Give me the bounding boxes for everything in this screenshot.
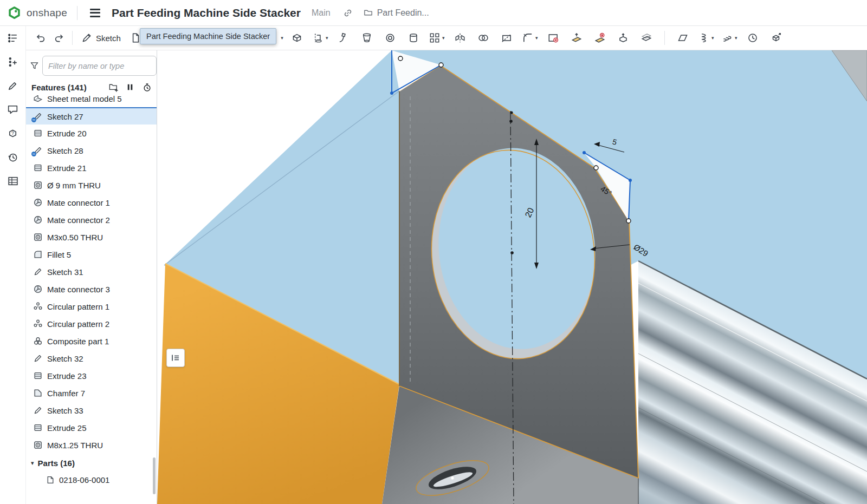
feature-item[interactable]: Ø 9 mm THRU <box>26 176 157 194</box>
document-title[interactable]: Part Feeding Machine Side Stacker <box>112 6 301 19</box>
feature-item[interactable]: Sketch 31 <box>26 263 157 280</box>
linear-pattern-button[interactable]: ▾ <box>428 29 446 47</box>
sweep-button[interactable] <box>334 29 353 47</box>
share-link-icon[interactable] <box>342 8 353 18</box>
part-item[interactable]: 0218-06-0001 <box>26 471 157 488</box>
3d-viewport[interactable]: 20 Ø29 5 45° <box>157 50 867 504</box>
sheet-metal-icon <box>721 32 733 44</box>
feature-item[interactable]: Extrude 21 <box>26 159 157 176</box>
feature-item[interactable]: Mate connector 3 <box>26 280 157 298</box>
mirror-button[interactable] <box>451 29 469 47</box>
chevron-down-icon[interactable]: ▾ <box>535 35 538 41</box>
move-face-icon <box>571 32 583 44</box>
model-panel-button[interactable] <box>0 26 26 50</box>
offset-surface-button[interactable] <box>637 29 656 47</box>
rollback-stopwatch-icon[interactable] <box>142 82 152 93</box>
mirror-icon <box>454 32 466 44</box>
fillet-icon <box>33 250 43 259</box>
undo-icon <box>35 32 47 44</box>
custom-features-icon <box>7 80 19 92</box>
hole-icon <box>33 180 43 190</box>
features-panel: Features (141) Sheet metal model 5Sketch… <box>26 50 157 504</box>
onshape-logo[interactable] <box>8 6 21 19</box>
feature-item[interactable]: Chamfer 7 <box>26 384 157 402</box>
mate-icon <box>33 215 43 225</box>
feature-item[interactable]: Sketch 32 <box>26 350 157 367</box>
chevron-down-icon[interactable]: ▾ <box>281 35 283 41</box>
chevron-down-icon[interactable]: ▾ <box>442 35 445 41</box>
hole-icon <box>33 440 43 450</box>
feature-item[interactable]: M8x1.25 THRU <box>26 436 157 454</box>
loft-button[interactable] <box>358 29 376 47</box>
feature-item[interactable]: Composite part 1 <box>26 332 157 350</box>
transform-icon <box>617 32 629 44</box>
workspace-name[interactable]: Main <box>312 8 331 18</box>
revolve-button[interactable]: ▾ <box>311 29 329 47</box>
redo-button[interactable] <box>50 29 68 47</box>
folder-icon <box>363 8 373 18</box>
feature-item[interactable]: Extrude 23 <box>26 367 157 384</box>
feature-item[interactable]: Sketch 28 <box>26 142 157 159</box>
filter-input[interactable] <box>42 56 157 76</box>
custom-features-button[interactable] <box>0 74 26 97</box>
chevron-down-icon[interactable]: ▾ <box>735 35 737 41</box>
sheet-metal-button[interactable]: ▾ <box>720 29 739 47</box>
named-views-icon <box>770 32 782 44</box>
tables-button[interactable] <box>0 169 26 193</box>
feature-item[interactable]: M3x0.50 THRU <box>26 228 157 246</box>
main-menu-button[interactable] <box>87 6 103 20</box>
thicken-button[interactable] <box>381 29 399 47</box>
boolean-button[interactable] <box>474 29 493 47</box>
extrude-icon <box>291 32 303 44</box>
parts-section-header[interactable]: ▾ Parts (16) <box>26 455 157 471</box>
onshape-wordmark: onshape <box>27 7 67 19</box>
feature-item[interactable]: Extrude 20 <box>26 125 157 142</box>
enclose-button[interactable] <box>404 29 423 47</box>
extrude-icon <box>33 128 43 138</box>
breadcrumb-label: Part Feedin... <box>377 8 429 18</box>
sketch-button[interactable]: Sketch <box>76 29 125 47</box>
replace-face-button[interactable] <box>591 29 609 47</box>
scrollbar-thumb[interactable] <box>153 457 156 494</box>
helix-button[interactable]: ▾ <box>697 29 715 47</box>
feature-item[interactable]: Sketch 27 <box>26 107 157 125</box>
feature-item[interactable]: Fillet 5 <box>26 246 157 263</box>
chevron-down-icon[interactable]: ▾ <box>326 35 328 41</box>
feature-item[interactable]: Circular pattern 2 <box>26 315 157 332</box>
named-views-button[interactable] <box>767 29 785 47</box>
new-folder-icon[interactable] <box>108 82 119 93</box>
plane-button[interactable] <box>674 29 692 47</box>
split-button[interactable] <box>497 29 516 47</box>
move-face-button[interactable] <box>567 29 586 47</box>
collapse-feature-panel-button[interactable] <box>166 349 185 367</box>
plane-icon <box>677 32 689 44</box>
measure-button[interactable] <box>743 29 762 47</box>
document-name-tooltip: Part Feeding Machine Side Stacker <box>140 28 276 44</box>
loft-icon <box>361 32 373 44</box>
filter-icon[interactable] <box>29 61 40 71</box>
feature-item[interactable]: Extrude 25 <box>26 419 157 436</box>
configurations-button[interactable] <box>0 50 26 74</box>
delete-face-button[interactable] <box>544 29 562 47</box>
revolve-icon <box>312 32 324 44</box>
comments-button[interactable] <box>0 97 26 121</box>
toolbar-divider <box>664 31 665 45</box>
model-scene[interactable]: 20 Ø29 5 45° <box>157 50 867 504</box>
composite-icon <box>33 336 43 346</box>
learning-center-button[interactable] <box>0 121 26 145</box>
feature-item[interactable]: Mate connector 2 <box>26 211 157 228</box>
transform-button[interactable] <box>614 29 632 47</box>
undo-button[interactable] <box>31 29 50 47</box>
feature-item[interactable]: Circular pattern 1 <box>26 298 157 315</box>
breadcrumb[interactable]: Part Feedin... <box>363 8 429 18</box>
history-button[interactable] <box>0 145 26 169</box>
fillet-button[interactable]: ▾ <box>521 29 539 47</box>
feature-item[interactable]: Sheet metal model 5 <box>26 95 157 107</box>
feature-item[interactable]: Mate connector 1 <box>26 194 157 211</box>
split-icon <box>501 32 513 44</box>
feature-item[interactable]: Sketch 33 <box>26 402 157 419</box>
parts-header-label: Parts (16) <box>38 459 75 468</box>
extrude-button[interactable] <box>288 29 306 47</box>
chevron-down-icon[interactable]: ▾ <box>711 35 714 41</box>
suppress-pause-icon[interactable] <box>125 82 135 93</box>
